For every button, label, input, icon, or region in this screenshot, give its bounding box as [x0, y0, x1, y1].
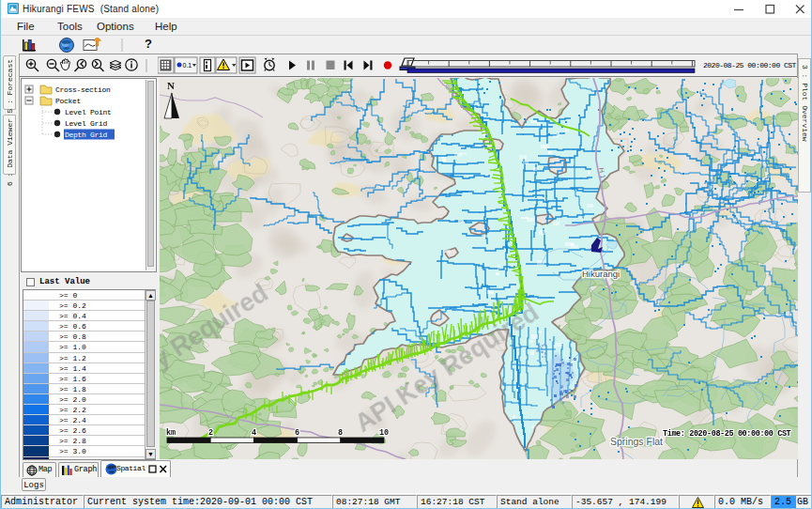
svg-text:Springs Flat: Springs Flat	[610, 436, 663, 447]
svg-text:4: 4	[252, 428, 256, 438]
svg-text:Time: 2020-08-25 00:00:00 CST: Time: 2020-08-25 00:00:00 CST	[663, 429, 791, 439]
svg-text:6: 6	[295, 428, 299, 438]
svg-text:Hikurangi: Hikurangi	[582, 269, 620, 279]
svg-text:10: 10	[379, 428, 389, 438]
svg-text:2: 2	[208, 428, 213, 438]
svg-text:N: N	[167, 80, 175, 91]
svg-text:Level Grid: Level Grid	[65, 119, 108, 128]
svg-text:Depth Grid: Depth Grid	[65, 131, 108, 139]
svg-text:km: km	[166, 428, 176, 438]
svg-text:Level Point: Level Point	[65, 108, 112, 116]
svg-text:8: 8	[338, 428, 343, 438]
svg-text:Pocket: Pocket	[55, 97, 81, 105]
svg-text:0.1: 0.1	[183, 62, 192, 69]
svg-text:Cross-section: Cross-section	[55, 85, 111, 94]
